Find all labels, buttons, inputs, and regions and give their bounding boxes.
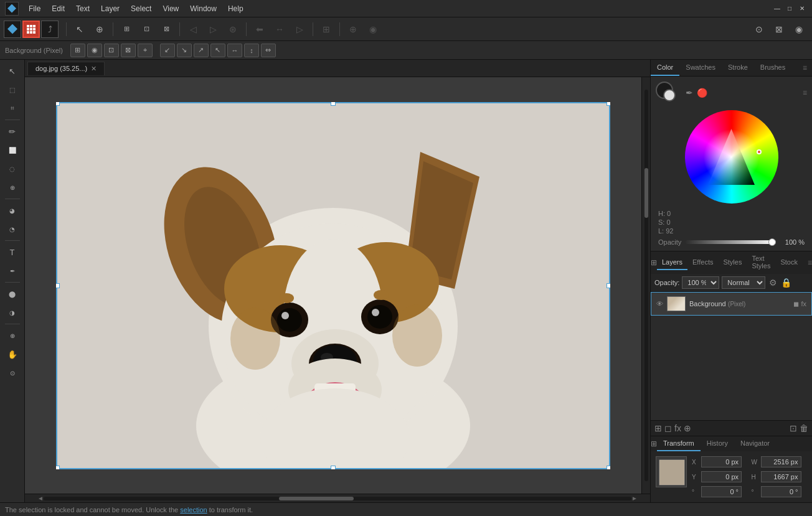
color-panel-options[interactable]: ≡ [803,88,807,97]
close-button[interactable]: ✕ [797,4,807,14]
status-link[interactable]: selection [180,506,207,514]
transform-y-input[interactable] [701,471,742,482]
tool-pixel-select[interactable]: ⬚ [3,81,22,98]
ctx-distribute[interactable]: ⇔ [261,44,276,57]
tb-arrange[interactable]: ⊞ [317,21,336,38]
add-adjustment-icon[interactable]: ⊕ [684,423,691,433]
layer-tab-styles[interactable]: Styles [718,255,747,270]
layer-tab-text-styles[interactable]: Text Styles [747,251,775,274]
tool-select[interactable]: ↖ [3,62,22,80]
ctx-btn-snap[interactable]: ⊠ [121,44,136,57]
transform-tab-transform[interactable]: Transform [657,436,701,451]
transform-w-input[interactable] [761,456,801,467]
add-mask-icon[interactable]: ◻ [664,423,672,433]
menu-view[interactable]: View [158,3,184,14]
transform-tab-history[interactable]: History [701,436,734,451]
layer-visibility-icon[interactable]: 👁 [656,300,663,307]
transform-tab-navigator[interactable]: Navigator [734,436,776,451]
tab-stroke[interactable]: Stroke [722,60,754,76]
tool-pan[interactable]: ✋ [3,345,22,363]
tb-btn-6[interactable]: ⊛ [224,21,242,38]
tb-grid[interactable]: ⊞ [117,21,136,38]
tool-clone[interactable]: ⊕ [3,179,22,196]
tb-transform[interactable]: ⊕ [90,21,109,38]
background-swatch[interactable] [663,89,676,101]
ctx-align-center-v[interactable]: ↔ [227,44,242,57]
transform-collapse[interactable]: ⊞ [651,436,657,451]
delete-layer-icon[interactable]: 🗑 [800,423,808,433]
panel-more-icon[interactable]: ≡ [798,60,812,76]
layer-tab-stock[interactable]: Stock [775,255,803,270]
duplicate-layer-icon[interactable]: ⊡ [790,423,797,433]
layer-item-background[interactable]: 👁 Background (Pixel) ◼ fx [651,292,812,316]
tb-btn-4[interactable]: ◁ [184,21,202,38]
tb-assistant[interactable]: ◉ [790,21,808,38]
document-tab[interactable]: dog.jpg (35.25...) ✕ [27,62,105,75]
menu-file[interactable]: File [24,3,45,14]
tb-move[interactable]: ↖ [70,21,89,38]
menu-layer[interactable]: Layer [96,3,125,14]
ctx-btn-overlay[interactable]: ◉ [87,44,102,57]
transform-x-input[interactable] [701,456,742,467]
add-fx-icon[interactable]: fx [674,423,681,433]
tb-macro[interactable]: ⊕ [344,21,362,38]
tb-align-left[interactable]: ⬅ [250,21,269,38]
tab-swatches[interactable]: Swatches [679,60,722,76]
layer-lock-icon[interactable]: 🔒 [781,278,791,288]
tool-fill[interactable]: ⬤ [3,285,22,303]
tool-zoom[interactable]: ⊕ [3,327,22,344]
ctx-align-right[interactable]: ↗ [194,44,209,57]
tb-snapping[interactable]: ⊠ [157,21,176,38]
v-scroll-thumb[interactable] [644,168,648,218]
layers-panel-collapse[interactable]: ⊞ [651,255,657,270]
persona-share[interactable]: ⤴ [41,21,59,38]
tool-crop[interactable]: ⌗ [3,100,22,117]
scroll-left-icon[interactable]: ◄ [37,495,44,502]
tool-brush[interactable]: ✏ [3,123,22,140]
ctx-align-bottom[interactable]: ↕ [244,44,259,57]
menu-text[interactable]: Text [71,3,95,14]
layers-panel-more[interactable]: ≡ [803,255,812,270]
tb-snap[interactable]: ⊡ [137,21,156,38]
ctx-align-top[interactable]: ↖ [210,44,225,57]
tb-zoom-search[interactable]: ⊙ [750,21,768,38]
tool-gradient[interactable]: ◑ [3,304,22,321]
maximize-button[interactable]: □ [785,4,795,14]
layer-tab-layers[interactable]: Layers [657,255,687,270]
tb-btn-5[interactable]: ▷ [204,21,222,38]
tool-view[interactable]: ⊙ [3,364,22,382]
persona-photo[interactable] [4,21,21,38]
tb-align-right[interactable]: ▷ [290,21,309,38]
tab-brushes[interactable]: Brushes [754,60,791,76]
opacity-slider[interactable] [685,240,776,244]
tool-smudge[interactable]: ◌ [3,160,22,177]
minimize-button[interactable]: — [772,4,782,14]
h-scroll-thumb[interactable] [279,497,354,500]
persona-pixel[interactable] [22,21,40,38]
menu-help[interactable]: Help [223,3,248,14]
tab-close-icon[interactable]: ✕ [91,65,97,73]
tab-color[interactable]: Color [651,60,679,76]
ctx-btn-view[interactable]: ⊞ [70,44,85,57]
layer-settings-icon[interactable]: ⚙ [769,278,777,288]
foreground-swatch[interactable] [656,82,673,99]
layer-mask-icon[interactable]: ◼ [793,300,799,308]
horizontal-scrollbar[interactable]: ◄ ► [25,494,650,502]
color-wheel[interactable] [685,110,778,204]
tool-burn[interactable]: ◔ [3,220,22,238]
tb-view-mode[interactable]: ⊠ [770,21,788,38]
layer-tab-effects[interactable]: Effects [687,255,718,270]
transform-rot2-input[interactable] [761,486,801,497]
scroll-right-icon[interactable]: ► [631,495,638,502]
canvas-viewport[interactable] [25,77,641,494]
layer-fx-icon[interactable]: fx [801,300,806,308]
transform-h-input[interactable] [761,471,801,482]
ctx-btn-grid[interactable]: ⊡ [104,44,119,57]
ctx-align-center-h[interactable]: ↘ [177,44,192,57]
ctx-btn-mask[interactable]: ⌖ [138,44,153,57]
tool-text[interactable]: T [3,243,22,261]
tool-eyedropper[interactable]: ✒ [3,262,22,279]
menu-select[interactable]: Select [126,3,156,14]
eyedropper-tool[interactable]: ✒ [686,88,693,98]
tool-dodge[interactable]: ◕ [3,202,22,219]
